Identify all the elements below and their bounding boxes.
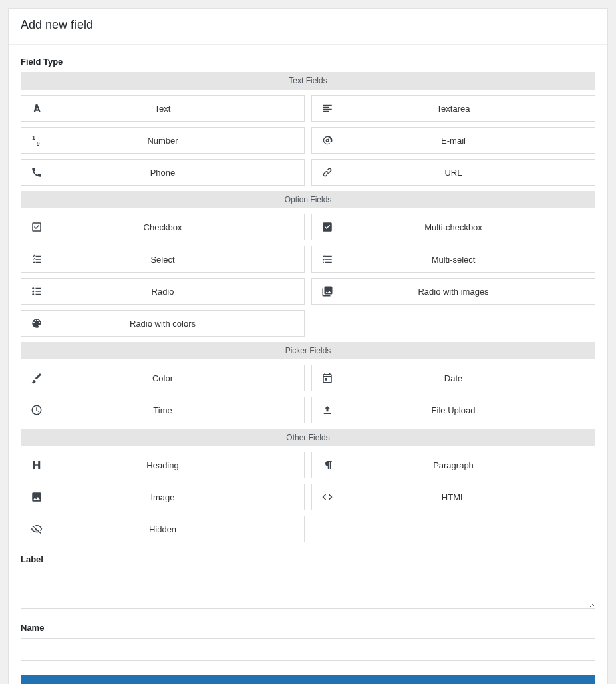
field-type-section: Field Type Text FieldsTextTextarea19Numb… (9, 57, 607, 542)
field-type-heading[interactable]: Heading (21, 452, 305, 478)
field-type-url[interactable]: URL (311, 159, 595, 186)
field-type-phone[interactable]: Phone (21, 159, 305, 186)
field-type-image[interactable]: Image (21, 484, 305, 510)
field-type-label: Textarea (343, 104, 595, 114)
field-type-radio[interactable]: Radio (21, 278, 305, 305)
field-type-label: Radio with images (343, 287, 595, 297)
align-left-icon (312, 102, 343, 114)
list-checks-icon (312, 253, 343, 265)
field-type-label: Select (52, 254, 304, 265)
svg-text:9: 9 (37, 141, 40, 147)
svg-point-4 (32, 293, 34, 295)
field-type-hidden[interactable]: Hidden (21, 516, 305, 542)
field-type-label: E-mail (343, 136, 595, 146)
field-type-label: Number (52, 136, 304, 146)
at-icon (312, 134, 343, 146)
add-new-field-panel: Add new field Field Type Text FieldsText… (8, 8, 608, 684)
images-icon (312, 285, 343, 297)
field-type-label: URL (343, 168, 595, 178)
field-type-label: Color (52, 373, 304, 383)
field-type-label: Multi-select (343, 254, 595, 265)
field-type-label: Checkbox (52, 222, 304, 232)
label-textarea[interactable] (21, 570, 595, 609)
field-type-number[interactable]: 19Number (21, 127, 305, 154)
field-type-text[interactable]: Text (21, 95, 305, 122)
clock-icon (21, 404, 52, 416)
group-header: Picker Fields (21, 342, 595, 359)
field-type-grid: TextTextarea19NumberE-mailPhoneURL (21, 95, 595, 186)
group-header: Other Fields (21, 429, 595, 446)
field-type-label: Heading (52, 460, 304, 470)
group-header: Text Fields (21, 72, 595, 90)
field-type-label: Image (52, 492, 304, 502)
field-type-file-upload[interactable]: File Upload (311, 397, 595, 423)
field-type-multi-select[interactable]: Multi-select (311, 246, 595, 273)
pilcrow-icon (312, 459, 343, 471)
one-nine-icon: 19 (21, 134, 52, 146)
field-type-label: Multi-checkbox (343, 222, 595, 232)
field-type-checkbox[interactable]: Checkbox (21, 214, 305, 240)
submit-row: Add Field (9, 661, 607, 684)
field-type-date[interactable]: Date (311, 365, 595, 391)
label-section: Label (9, 554, 607, 611)
field-type-html[interactable]: HTML (311, 484, 595, 510)
list-bullets-icon (21, 285, 52, 297)
field-type-label: Time (52, 405, 304, 415)
svg-point-2 (32, 287, 34, 289)
field-type-label: Radio (52, 287, 304, 297)
add-field-button[interactable]: Add Field (21, 675, 595, 684)
eye-off-icon (21, 523, 52, 535)
field-type-textarea[interactable]: Textarea (311, 95, 595, 122)
field-type-label: Date (343, 373, 595, 383)
list-check-icon (21, 253, 52, 265)
upload-icon (312, 404, 343, 416)
svg-point-3 (32, 291, 34, 293)
font-icon (21, 102, 52, 114)
palette-icon (21, 317, 52, 329)
field-type-radio-colors[interactable]: Radio with colors (21, 310, 305, 337)
field-type-email[interactable]: E-mail (311, 127, 595, 154)
brush-icon (21, 372, 52, 384)
field-type-radio-images[interactable]: Radio with images (311, 278, 595, 305)
field-type-label: Phone (52, 168, 304, 178)
name-input-label: Name (21, 623, 595, 633)
check-square-icon (21, 221, 52, 233)
field-type-label: Paragraph (343, 460, 595, 470)
name-section: Name (9, 623, 607, 661)
field-type-color[interactable]: Color (21, 365, 305, 391)
field-type-label: Field Type (21, 57, 595, 67)
link-icon (312, 166, 343, 178)
field-type-grid: ColorDateTimeFile Upload (21, 365, 595, 423)
field-type-time[interactable]: Time (21, 397, 305, 423)
field-type-label: Hidden (52, 524, 304, 534)
field-type-grid: HeadingParagraphImageHTMLHidden (21, 452, 595, 542)
field-type-label: HTML (343, 492, 595, 502)
field-type-select[interactable]: Select (21, 246, 305, 273)
svg-text:1: 1 (32, 135, 35, 141)
field-type-label: Text (52, 104, 304, 114)
field-type-grid: CheckboxMulti-checkboxSelectMulti-select… (21, 214, 595, 337)
image-icon (21, 491, 52, 503)
code-icon (312, 491, 343, 503)
calendar-icon (312, 372, 343, 384)
field-type-paragraph[interactable]: Paragraph (311, 452, 595, 478)
heading-icon (21, 459, 52, 471)
label-input-label: Label (21, 554, 595, 564)
field-type-label: File Upload (343, 405, 595, 415)
field-type-multi-checkbox[interactable]: Multi-checkbox (311, 214, 595, 240)
check-square-fill-icon (312, 221, 343, 233)
field-type-label: Radio with colors (52, 319, 304, 329)
name-input[interactable] (21, 638, 595, 661)
panel-title: Add new field (9, 9, 607, 45)
phone-icon (21, 166, 52, 178)
group-header: Option Fields (21, 191, 595, 208)
